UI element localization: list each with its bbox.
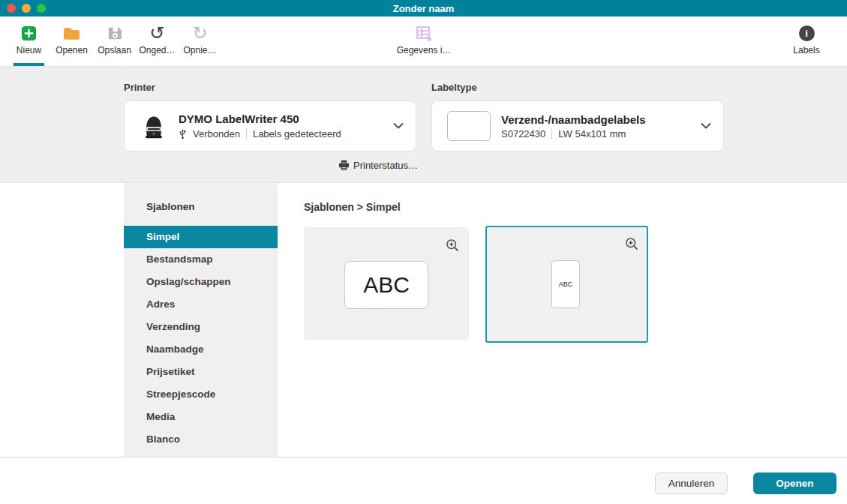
sidebar-item-streepjescode[interactable]: Streepjescode xyxy=(124,383,278,406)
save-button[interactable]: Opslaan xyxy=(93,16,136,66)
labeltype-selector[interactable]: Verzend-/naambadgelabels S0722430 LW 54x… xyxy=(431,100,724,152)
minimize-button[interactable] xyxy=(22,4,31,13)
template-preview-label: ABC xyxy=(551,260,580,308)
toolbar: Nieuw Openen Opslaan xyxy=(0,16,847,66)
labeltype-size: LW 54x101 mm xyxy=(558,128,626,140)
sidebar-items: Simpel Bestandsmap Opslag/schappen Adres… xyxy=(124,226,278,451)
template-gallery: Sjablonen > Simpel ABC ABC xyxy=(278,183,847,457)
import-data-icon xyxy=(415,23,434,44)
save-button-label: Opslaan xyxy=(98,45,131,56)
info-icon: i xyxy=(799,23,815,44)
sidebar-item-blanco[interactable]: Blanco xyxy=(124,428,278,451)
sidebar-item-simpel[interactable]: Simpel xyxy=(124,226,278,248)
new-button-label: Nieuw xyxy=(17,45,41,56)
printer-settings-band: Printer DYMO LabelWriter 450 xyxy=(0,66,847,183)
sidebar-item-bestandsmap[interactable]: Bestandsmap xyxy=(124,248,278,271)
printer-section-label: Printer xyxy=(124,82,155,93)
titlebar: Zonder naam xyxy=(0,0,847,16)
save-icon xyxy=(107,23,122,44)
zoom-in-icon[interactable] xyxy=(445,238,461,254)
label-thumbnail xyxy=(447,111,491,141)
printer-labels-status: Labels gedetecteerd xyxy=(253,128,341,140)
printer-selector[interactable]: DYMO LabelWriter 450 Verbonden Labels ge… xyxy=(124,100,416,152)
open-button-label: Openen xyxy=(56,45,88,56)
chevron-down-icon xyxy=(701,123,711,130)
sidebar-item-naambadge[interactable]: Naambadge xyxy=(124,338,278,361)
printer-connection-status: Verbonden xyxy=(193,128,240,140)
zoom-button[interactable] xyxy=(37,4,46,13)
templates-sidebar: Sjablonen Simpel Bestandsmap Opslag/scha… xyxy=(124,183,278,457)
zoom-in-icon[interactable] xyxy=(624,236,640,252)
sidebar-header: Sjablonen xyxy=(124,183,278,212)
window-title: Zonder naam xyxy=(393,3,455,14)
sidebar-item-media[interactable]: Media xyxy=(124,406,278,428)
cancel-button[interactable]: Annuleren xyxy=(655,472,728,494)
open-button[interactable]: Openen xyxy=(50,16,93,66)
template-preview-label: ABC xyxy=(344,261,428,309)
labeltype-section-label: Labeltype xyxy=(431,82,477,93)
template-preview-text: ABC xyxy=(559,280,573,288)
redo-button-label: Opnie… xyxy=(183,45,216,56)
breadcrumb: Sjablonen > Simpel xyxy=(304,201,401,213)
undo-icon: ↺ xyxy=(149,23,164,44)
chevron-down-icon xyxy=(393,123,404,130)
close-button[interactable] xyxy=(7,4,16,13)
new-label-icon xyxy=(21,23,37,44)
template-preview-text: ABC xyxy=(363,272,410,298)
printer-image xyxy=(140,112,168,140)
divider xyxy=(551,128,552,140)
printer-name: DYMO LabelWriter 450 xyxy=(179,112,341,125)
printer-status-link[interactable]: Printerstatus… xyxy=(338,160,418,171)
labels-button[interactable]: i Labels xyxy=(780,16,833,66)
sidebar-item-prijsetiket[interactable]: Prijsetiket xyxy=(124,361,278,383)
labeltype-name: Verzend-/naambadgelabels xyxy=(501,113,646,126)
open-folder-icon xyxy=(62,23,81,44)
toolbar-left-group: Nieuw Openen Opslaan xyxy=(8,16,221,66)
traffic-lights xyxy=(7,4,46,13)
redo-icon: ↻ xyxy=(192,23,207,44)
labeltype-sku: S0722430 xyxy=(501,128,545,140)
usb-icon xyxy=(179,128,187,140)
labels-button-label: Labels xyxy=(793,45,819,56)
import-data-label: Gegevens i… xyxy=(397,45,452,56)
undo-button-label: Onged… xyxy=(139,45,175,56)
undo-button[interactable]: ↺ Onged… xyxy=(136,16,179,66)
open-button-confirm[interactable]: Openen xyxy=(753,472,836,494)
printer-status-label: Printerstatus… xyxy=(353,160,418,171)
printer-icon xyxy=(338,160,350,171)
template-card-portrait-selected[interactable]: ABC xyxy=(485,226,648,343)
template-card-landscape[interactable]: ABC xyxy=(304,227,469,340)
sidebar-item-verzending[interactable]: Verzending xyxy=(124,316,278,338)
redo-button[interactable]: ↻ Opnie… xyxy=(179,16,221,66)
new-button[interactable]: Nieuw xyxy=(8,16,50,66)
sidebar-item-adres[interactable]: Adres xyxy=(124,293,278,316)
import-data-button[interactable]: Gegevens i… xyxy=(390,16,458,66)
footer-bar: Annuleren Openen xyxy=(0,457,847,504)
sidebar-item-opslag-schappen[interactable]: Opslag/schappen xyxy=(124,271,278,293)
divider xyxy=(246,128,247,140)
